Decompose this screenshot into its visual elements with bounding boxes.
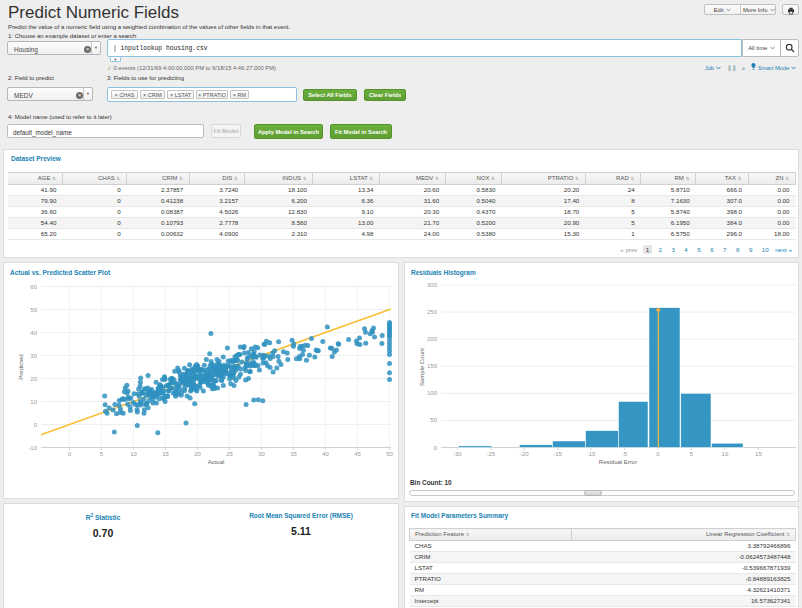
- svg-text:100: 100: [427, 390, 438, 396]
- svg-text:10: 10: [722, 451, 729, 457]
- svg-text:50: 50: [386, 451, 393, 457]
- svg-text:45: 45: [354, 451, 361, 457]
- svg-text:50: 50: [30, 307, 37, 313]
- svg-text:Sample Count: Sample Count: [419, 348, 425, 386]
- svg-text:35: 35: [290, 451, 297, 457]
- svg-text:50: 50: [430, 417, 437, 423]
- svg-text:-10: -10: [587, 451, 596, 457]
- svg-text:20: 20: [194, 451, 201, 457]
- svg-text:-10: -10: [28, 445, 37, 451]
- svg-text:250: 250: [427, 309, 438, 315]
- svg-text:200: 200: [427, 336, 438, 342]
- svg-text:0: 0: [34, 422, 38, 428]
- svg-text:30: 30: [30, 353, 37, 359]
- svg-text:Residual Error: Residual Error: [599, 459, 637, 465]
- svg-text:-20: -20: [520, 451, 529, 457]
- svg-text:40: 40: [30, 330, 37, 336]
- svg-text:0: 0: [434, 445, 438, 451]
- svg-text:Actual: Actual: [208, 459, 225, 465]
- svg-text:150: 150: [427, 363, 438, 369]
- svg-text:25: 25: [226, 451, 233, 457]
- svg-text:300: 300: [427, 282, 438, 288]
- svg-text:15: 15: [755, 451, 762, 457]
- svg-text:5: 5: [690, 451, 694, 457]
- svg-text:60: 60: [30, 284, 37, 290]
- svg-text:Predicted: Predicted: [18, 354, 24, 379]
- svg-text:-25: -25: [486, 451, 495, 457]
- svg-text:20: 20: [30, 376, 37, 382]
- svg-text:0: 0: [656, 451, 660, 457]
- svg-text:-5: -5: [622, 451, 628, 457]
- svg-text:5: 5: [100, 451, 104, 457]
- svg-text:10: 10: [30, 399, 37, 405]
- svg-text:-15: -15: [553, 451, 562, 457]
- svg-text:10: 10: [130, 451, 137, 457]
- svg-text:15: 15: [162, 451, 169, 457]
- svg-text:30: 30: [258, 451, 265, 457]
- svg-text:40: 40: [322, 451, 329, 457]
- svg-text:0: 0: [68, 451, 72, 457]
- svg-text:-30: -30: [453, 451, 462, 457]
